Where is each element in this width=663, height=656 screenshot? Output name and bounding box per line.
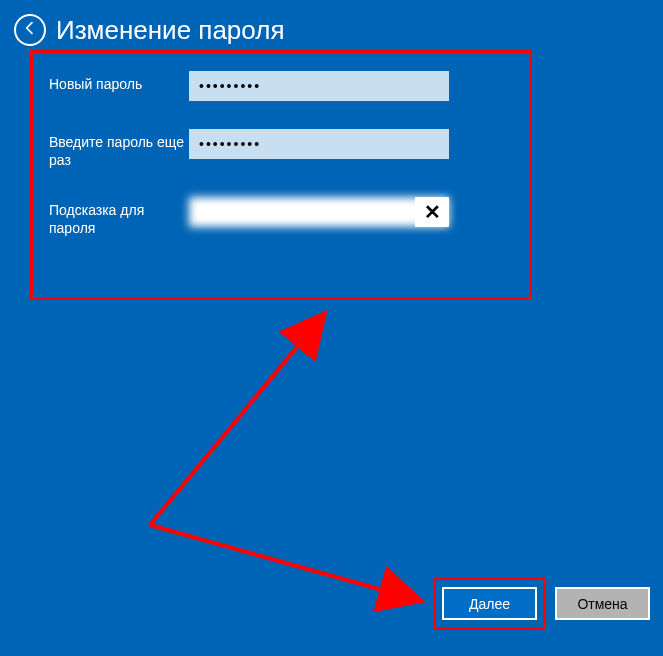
next-button-highlight: Далее — [433, 577, 546, 630]
page-title: Изменение пароля — [56, 15, 284, 46]
clear-hint-button[interactable]: ✕ — [415, 197, 449, 227]
next-button[interactable]: Далее — [442, 587, 537, 620]
confirm-password-input[interactable] — [189, 129, 449, 159]
new-password-label: Новый пароль — [49, 71, 189, 101]
svg-line-1 — [150, 525, 422, 601]
new-password-input[interactable] — [189, 71, 449, 101]
hint-row: Подсказка для пароля ✕ — [49, 197, 513, 237]
svg-line-0 — [150, 313, 325, 525]
back-button[interactable] — [14, 14, 46, 46]
new-password-row: Новый пароль — [49, 71, 513, 101]
cancel-button[interactable]: Отмена — [555, 587, 650, 620]
confirm-password-label: Введите пароль еще раз — [49, 129, 189, 169]
password-form-panel: Новый пароль Введите пароль еще раз Подс… — [30, 50, 532, 300]
close-icon: ✕ — [424, 200, 441, 224]
confirm-password-row: Введите пароль еще раз — [49, 129, 513, 169]
hint-label: Подсказка для пароля — [49, 197, 189, 237]
back-arrow-icon — [22, 20, 38, 40]
hint-input[interactable] — [189, 197, 449, 227]
